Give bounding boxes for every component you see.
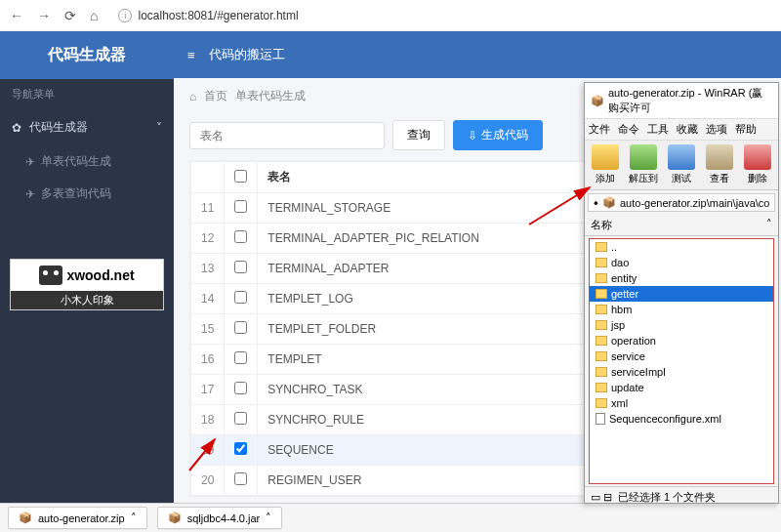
toolbar-label: 查看 <box>701 172 737 185</box>
winrar-menu-item[interactable]: 选项 <box>706 122 727 137</box>
download-icon: ⇩ <box>468 129 477 143</box>
chevron-up-icon[interactable]: ˄ <box>266 512 271 524</box>
winrar-titlebar[interactable]: 📦 auto-generator.zip - WinRAR (赢购买许可 <box>585 83 778 119</box>
pin-icon: ✈ <box>25 187 35 201</box>
sidebar-item-generator[interactable]: ✿代码生成器 ˅ <box>0 109 174 145</box>
folder-icon <box>596 320 607 330</box>
toolbar-icon <box>630 144 657 170</box>
row-checkbox[interactable] <box>234 382 247 394</box>
home-icon[interactable]: ⌂ <box>189 90 196 103</box>
winrar-column-header[interactable]: 名称 ˄ <box>585 215 778 236</box>
toolbar-icon <box>592 144 619 170</box>
generate-label: 生成代码 <box>481 127 528 143</box>
home-icon[interactable]: ⌂ <box>90 8 98 23</box>
reload-icon[interactable]: ⟳ <box>64 8 76 23</box>
download-item[interactable]: 📦 sqljdbc4-4.0.jar ˄ <box>157 507 283 529</box>
breadcrumb-current: 单表代码生成 <box>235 88 306 104</box>
row-checkbox[interactable] <box>234 442 247 455</box>
winrar-toolbar-button[interactable]: 解压到 <box>625 144 661 185</box>
toolbar-label: 测试 <box>663 172 699 185</box>
archive-icon: 📦 <box>591 95 604 107</box>
url-bar[interactable]: i localhost:8081/#generator.html <box>111 6 771 25</box>
row-index: 13 <box>191 254 225 284</box>
brand-title: 代码生成器 <box>0 31 174 79</box>
row-checkbox[interactable] <box>234 230 247 243</box>
winrar-list-item[interactable]: hbm <box>590 302 773 317</box>
winrar-menu-item[interactable]: 命令 <box>618 122 639 137</box>
back-icon[interactable]: ← <box>10 8 23 23</box>
row-checkbox[interactable] <box>234 351 247 364</box>
row-checkbox[interactable] <box>234 291 247 304</box>
download-filename: sqljdbc4-4.0.jar <box>187 512 261 524</box>
winrar-toolbar-button[interactable]: 查看 <box>701 144 737 185</box>
winrar-toolbar-button[interactable]: 删除 <box>739 144 775 185</box>
row-index: 16 <box>191 345 225 375</box>
winrar-toolbar-button[interactable]: 测试 <box>663 144 699 185</box>
winrar-list-item[interactable]: .. <box>590 239 773 255</box>
archive-icon: 📦 <box>602 196 616 209</box>
sidebar-sub-single[interactable]: ✈ 单表代码生成 <box>0 145 174 178</box>
winrar-file-list: ..daoentitygetterhbmjspoperationservices… <box>589 238 774 484</box>
winrar-list-item[interactable]: jsp <box>590 317 773 333</box>
logo-subtitle: 小木人印象 <box>11 291 163 309</box>
nav-section-label: 导航菜单 <box>0 79 174 109</box>
row-index: 11 <box>191 193 225 224</box>
archive-icon: 📦 <box>168 512 182 524</box>
sidebar-sub-multi[interactable]: ✈ 多表查询代码 <box>0 178 174 210</box>
pin-icon: ✈ <box>25 155 35 169</box>
browser-toolbar: ← → ⟳ ⌂ i localhost:8081/#generator.html <box>0 0 781 31</box>
info-icon: i <box>118 9 132 22</box>
folder-icon <box>596 289 607 299</box>
row-checkbox[interactable] <box>234 261 247 273</box>
list-item-label: .. <box>611 241 617 253</box>
chevron-up-icon[interactable]: ˄ <box>131 512 137 524</box>
list-item-label: update <box>611 382 644 393</box>
col-index <box>191 162 225 193</box>
chevron-down-icon: ˅ <box>156 121 162 135</box>
gear-icon: ✿ <box>12 121 21 135</box>
sidebar-item-label: 代码生成器 <box>29 119 88 136</box>
winrar-path-bar[interactable]: 🠹 📦 auto-generator.zip\main\java\co <box>588 193 775 212</box>
row-checkbox[interactable] <box>234 412 247 425</box>
row-checkbox[interactable] <box>234 472 247 485</box>
header-title: 代码的搬运工 <box>209 46 285 63</box>
winrar-toolbar: 添加解压到测试查看删除 <box>585 141 778 190</box>
list-item-label: serviceImpl <box>611 366 666 378</box>
forward-icon[interactable]: → <box>37 8 51 23</box>
winrar-menu-item[interactable]: 帮助 <box>735 122 757 137</box>
list-item-label: Sequenceconfigure.xml <box>609 413 721 425</box>
winrar-list-item[interactable]: entity <box>590 270 773 286</box>
up-icon[interactable]: 🠹 <box>593 197 598 209</box>
winrar-list-item[interactable]: update <box>590 380 773 395</box>
winrar-list-item[interactable]: service <box>590 348 773 364</box>
folder-icon <box>596 258 607 267</box>
winrar-list-item[interactable]: serviceImpl <box>590 364 773 380</box>
winrar-list-item[interactable]: xml <box>590 395 773 411</box>
row-checkbox[interactable] <box>234 200 247 213</box>
list-item-label: xml <box>611 397 628 409</box>
select-all-checkbox[interactable] <box>234 170 247 183</box>
winrar-list-item[interactable]: getter <box>590 286 773 302</box>
generate-button[interactable]: ⇩ 生成代码 <box>453 120 543 150</box>
folder-icon <box>596 383 607 392</box>
winrar-list-item[interactable]: dao <box>590 255 773 270</box>
status-icon: ▭ ⊟ <box>591 491 612 504</box>
winrar-list-item[interactable]: Sequenceconfigure.xml <box>590 411 773 427</box>
winrar-toolbar-button[interactable]: 添加 <box>587 144 623 185</box>
toolbar-label: 添加 <box>587 172 623 185</box>
winrar-menu-item[interactable]: 收藏 <box>677 122 698 137</box>
winrar-menu-item[interactable]: 工具 <box>647 122 669 137</box>
table-name-input[interactable] <box>189 122 385 149</box>
menu-toggle-icon[interactable]: ≡ <box>187 48 195 62</box>
winrar-menu-item[interactable]: 文件 <box>589 122 610 137</box>
winrar-list-item[interactable]: operation <box>590 333 773 348</box>
toolbar-icon <box>706 144 733 170</box>
file-icon <box>596 413 605 425</box>
query-button[interactable]: 查询 <box>392 120 445 150</box>
folder-icon <box>596 336 607 346</box>
list-item-label: dao <box>611 257 629 268</box>
row-checkbox[interactable] <box>234 321 247 334</box>
download-item[interactable]: 📦 auto-generator.zip ˄ <box>8 507 147 529</box>
breadcrumb-home[interactable]: 首页 <box>204 88 227 104</box>
col-check <box>225 162 258 193</box>
